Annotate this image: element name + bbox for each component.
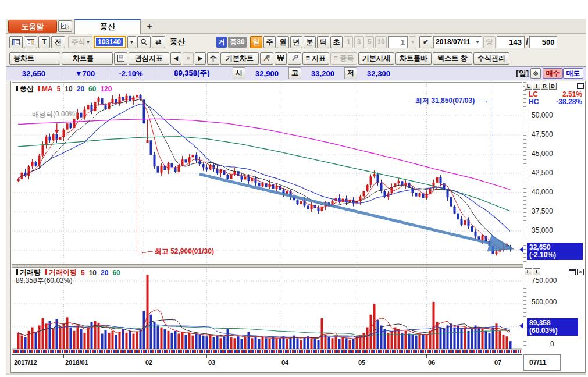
period-tick-button[interactable]: 틱 xyxy=(317,36,329,48)
basic-chart-button[interactable]: 기본차트 xyxy=(220,52,259,65)
confirm-check-button[interactable]: ✔ xyxy=(419,36,432,48)
tab-poongsan[interactable]: 풍산 xyxy=(74,19,141,34)
period-indicator: [일] xyxy=(516,68,529,79)
current-volume-arrow xyxy=(519,323,523,329)
period-year-button[interactable]: 년 xyxy=(290,36,302,48)
sell-button[interactable]: 매도 xyxy=(563,68,583,79)
volume-ma-swatch xyxy=(45,269,47,275)
stock-code-value: 103140 xyxy=(96,38,123,46)
date-picker[interactable]: 2018/07/11 ▼ xyxy=(433,36,482,48)
text-tool-button[interactable]: T xyxy=(38,36,50,48)
axis-d-button[interactable]: D xyxy=(549,83,557,90)
legend-symbol: 풍산 xyxy=(20,84,34,93)
legend-vma5: 5 xyxy=(81,269,85,277)
candlestick-volume-plot[interactable]: ←─ 최고 52,900(01/30)최저 31,850(07/03) ─→배당… xyxy=(12,82,522,371)
minute-5-button[interactable]: 5 xyxy=(365,36,374,48)
period-month-button[interactable]: 월 xyxy=(277,36,289,48)
volume-swatch xyxy=(16,269,18,275)
basic-quote-button[interactable]: 기본시세 xyxy=(358,52,394,65)
full-screen-button[interactable]: 전 xyxy=(51,36,65,48)
maximize-icon[interactable] xyxy=(577,83,584,89)
volume-tick: 0 xyxy=(550,340,554,348)
hc-label: HC xyxy=(529,98,539,106)
svg-text:04: 04 xyxy=(281,359,289,366)
layout-left-icon xyxy=(12,39,20,45)
tools-icon-button[interactable] xyxy=(260,52,273,65)
interval-dropdown-icon[interactable]: ▼ xyxy=(409,36,416,48)
svg-text:02: 02 xyxy=(145,359,152,366)
wrench-icon xyxy=(291,55,298,62)
candle-count-input[interactable]: 143 xyxy=(497,36,525,48)
asset-type-label: 주식 xyxy=(71,37,85,47)
stock-name-label: 풍산 xyxy=(166,37,207,47)
toolbar-main: T 전 주식 ▾ 103140 ▼ ⇄ 풍산 거 증30 일 주 월 년 분 틱… xyxy=(6,34,588,50)
volume-current-text: 89,358주(60.03%) xyxy=(16,276,72,286)
low-value: 32,300 xyxy=(359,69,398,78)
chart-clock-icon[interactable] xyxy=(58,20,72,32)
chevron-down-icon: ▾ xyxy=(87,40,89,45)
period-second-button[interactable]: 초 xyxy=(330,36,343,48)
svg-text:06: 06 xyxy=(428,359,435,366)
chart-area[interactable]: ←─ 최고 52,900(01/30)최저 31,850(07/03) ─→배당… xyxy=(10,81,586,373)
chevron-down-icon: ▼ xyxy=(475,40,480,45)
axis-date-cell: 07/11 xyxy=(523,354,561,371)
legend-ma120: 120 xyxy=(100,85,112,93)
prev-button[interactable]: ◀ xyxy=(170,52,181,65)
dang-button[interactable]: 당 xyxy=(483,36,496,48)
legend-vma20: 20 xyxy=(101,269,108,277)
restore-icon[interactable] xyxy=(569,269,576,275)
code-dropdown-button[interactable]: ▼ xyxy=(127,36,136,48)
wrench-icon-button[interactable] xyxy=(288,52,301,65)
new-tab-button[interactable]: + xyxy=(143,21,156,33)
help-button[interactable]: 도움말 xyxy=(8,20,57,33)
compare-indicator-button[interactable]: = 지표 xyxy=(302,52,329,65)
refresh-button[interactable]: ⇄ xyxy=(152,36,165,48)
period-day-button[interactable]: 일 xyxy=(250,36,262,48)
chart-toolbar-button[interactable]: 차트툴바 xyxy=(395,52,432,65)
layout-left-panel-button[interactable] xyxy=(9,36,23,48)
formula-manager-button[interactable]: 수식관리 xyxy=(473,52,509,65)
buy-button[interactable]: 매수 xyxy=(543,68,563,79)
interval-spinner[interactable]: 1 xyxy=(388,36,408,48)
stop-button[interactable]: ■ xyxy=(183,52,194,65)
chart-window: 도움말 풍산 + T 전 xyxy=(6,19,586,375)
ma-swatch xyxy=(38,86,40,91)
market-badge[interactable]: 거 xyxy=(216,37,227,48)
axis-r-button[interactable]: R xyxy=(541,83,548,90)
close-icon[interactable]: × xyxy=(577,269,584,275)
symbol-swatch xyxy=(16,86,18,91)
layout-right-panel-button[interactable] xyxy=(24,36,37,48)
minute-10-button[interactable]: 10 xyxy=(375,36,387,48)
index-badge[interactable]: 증30 xyxy=(228,37,247,48)
save-button[interactable] xyxy=(114,52,127,65)
asset-type-select[interactable]: 주식 ▾ xyxy=(68,36,92,48)
price-axis-ruler xyxy=(523,82,526,264)
current-price-pct: (-2.10%) xyxy=(529,251,583,259)
search-button[interactable] xyxy=(137,36,151,48)
period-week-button[interactable]: 주 xyxy=(263,36,276,48)
axis-l-button[interactable]: L xyxy=(525,83,532,90)
text-window-button[interactable]: 텍스트 창 xyxy=(433,52,472,65)
volume-i-button[interactable]: I xyxy=(533,268,540,275)
svg-text:2017/12: 2017/12 xyxy=(14,359,37,366)
next-button[interactable]: ▶ xyxy=(195,52,206,65)
candle-chart-select[interactable]: 봉차트 xyxy=(9,52,60,65)
compare-symbol-button[interactable]: = 종목 xyxy=(330,52,357,65)
minute-3-button[interactable]: 3 xyxy=(354,36,364,48)
period-minute-button[interactable]: 분 xyxy=(304,36,316,48)
stock-code-input[interactable]: 103140 xyxy=(94,36,126,48)
bottom-strip xyxy=(6,373,586,375)
current-price-arrow xyxy=(519,247,523,252)
su-button[interactable]: 수 xyxy=(207,52,219,65)
legend-vma10: 10 xyxy=(89,269,97,277)
axis-i-button[interactable]: I xyxy=(533,83,540,90)
fav-indicator-select[interactable]: 관심지표 xyxy=(129,52,169,65)
volume-tick: 750,000 xyxy=(532,276,557,284)
minute-1-button[interactable]: 1 xyxy=(344,36,353,48)
pane-splitter[interactable] xyxy=(12,264,585,268)
chart-template-select[interactable]: 차트틀 xyxy=(62,52,113,65)
max-count-input[interactable]: 500 xyxy=(529,36,557,48)
volume-l-button[interactable]: L xyxy=(525,268,532,275)
won-icon-button[interactable]: ₩ xyxy=(275,52,287,65)
reference-button[interactable]: ※ xyxy=(530,68,541,79)
